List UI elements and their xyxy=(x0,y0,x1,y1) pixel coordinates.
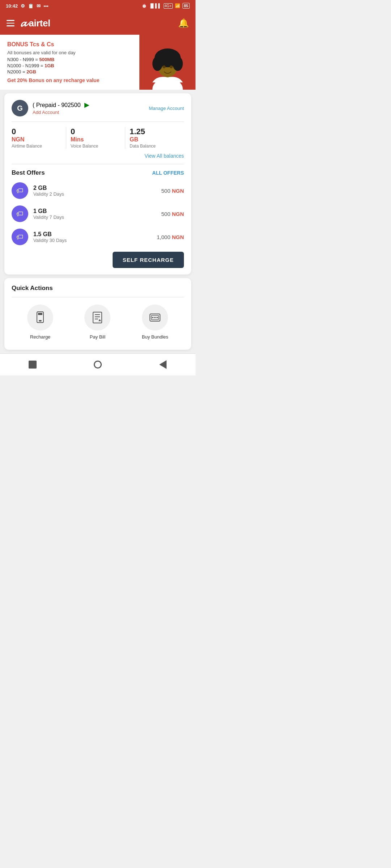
svg-rect-14 xyxy=(39,320,42,322)
nav-home-button[interactable] xyxy=(92,359,104,370)
divider xyxy=(12,164,184,164)
account-info: ( Prepaid - 902500 ▶ Add Account xyxy=(33,101,89,115)
view-all-balances-link[interactable]: View All balances xyxy=(12,153,184,159)
offer-price-1: 500 NGN xyxy=(161,211,184,217)
quick-action-buybundles[interactable]: Buy Bundles xyxy=(142,305,168,340)
status-right: ⏰ ▐▌▌▌ 4G+ 📶 85 xyxy=(142,3,190,9)
banner-title: BONUS Tcs & Cs xyxy=(7,41,132,48)
promotional-banner: BONUS Tcs & Cs All bonuses are valid for… xyxy=(0,35,196,90)
add-account-link[interactable]: Add Account xyxy=(33,110,59,115)
navbar: 𝓪 airtel 🔔 xyxy=(0,12,196,35)
nav-back-button[interactable] xyxy=(157,359,169,370)
airtime-label: Airtime Balance xyxy=(12,144,62,149)
offer-left-2: 🏷 1.5 GB Validity 30 Days xyxy=(12,229,67,245)
bottom-nav xyxy=(0,353,196,375)
status-time: 10:42 xyxy=(6,3,18,9)
wifi-icon: 📶 xyxy=(175,3,180,8)
offer-price-0: 500 NGN xyxy=(161,188,184,194)
account-card: G ( Prepaid - 902500 ▶ Add Account Manag… xyxy=(4,93,191,275)
offer-item-1[interactable]: 🏷 1 GB Validity 7 Days 500 NGN xyxy=(12,205,184,222)
nav-square-button[interactable] xyxy=(27,359,38,370)
banner-plan-0: N300 - N999 = 500MB xyxy=(7,57,132,62)
offer-left-1: 🏷 1 GB Validity 7 Days xyxy=(12,205,64,222)
quick-actions-divider xyxy=(12,297,184,297)
status-left: 10:42 ⚙ 📋 ✉ ••• xyxy=(6,3,49,9)
offer-item-2[interactable]: 🏷 1.5 GB Validity 30 Days 1,000 NGN xyxy=(12,229,184,245)
hamburger-menu[interactable] xyxy=(7,20,14,26)
price-currency-1: NGN xyxy=(172,211,184,217)
avatar: G xyxy=(12,100,28,116)
banner-text-content: BONUS Tcs & Cs All bonuses are valid for… xyxy=(0,35,139,90)
airtime-balance: 0 NGN Airtime Balance xyxy=(12,127,66,149)
sim-card-icon: 📋 xyxy=(28,3,34,9)
paybill-label: Pay Bill xyxy=(90,334,105,340)
price-amount-0: 500 xyxy=(161,188,170,194)
balance-row: 0 NGN Airtime Balance 0 Mins Voice Balan… xyxy=(12,122,184,149)
offer-validity-2: Validity 30 Days xyxy=(33,238,67,243)
airtime-unit: NGN xyxy=(12,136,62,143)
airtel-logo-text: airtel xyxy=(29,18,50,29)
data-unit: GB xyxy=(130,136,180,143)
person-illustration xyxy=(142,43,193,90)
self-recharge-row: SELF RECHARGE xyxy=(12,252,184,268)
all-offers-link[interactable]: ALL OFFERS xyxy=(152,170,184,176)
offer-validity-0: Validity 2 Days xyxy=(33,191,64,197)
banner-promo: Get 20% Bonus on any recharge value xyxy=(7,77,132,83)
offer-price-2: 1,000 NGN xyxy=(157,234,184,240)
mail-icon: ✉ xyxy=(37,3,41,9)
banner-plan-2: N2000 = 2GB xyxy=(7,69,132,75)
signal-triangle-icon: ▶ xyxy=(84,101,89,109)
best-offers-header: Best Offers ALL OFFERS xyxy=(12,169,184,176)
offer-details-1: 1 GB Validity 7 Days xyxy=(33,208,64,220)
more-icon: ••• xyxy=(43,3,49,9)
offer-icon-2: 🏷 xyxy=(12,229,28,245)
airtel-logo-icon: 𝓪 xyxy=(20,17,26,30)
battery-indicator: 85 xyxy=(182,3,190,9)
account-header: G ( Prepaid - 902500 ▶ Add Account Manag… xyxy=(12,100,184,116)
data-label: Data Balance xyxy=(130,144,180,149)
offer-details-2: 1.5 GB Validity 30 Days xyxy=(33,231,67,243)
offer-icon-1: 🏷 xyxy=(12,205,28,222)
svg-point-21 xyxy=(152,317,154,318)
svg-rect-15 xyxy=(93,312,102,323)
status-bar: 10:42 ⚙ 📋 ✉ ••• ⏰ ▐▌▌▌ 4G+ 📶 85 xyxy=(0,0,196,12)
alarm-icon: ⏰ xyxy=(142,3,147,8)
4g-badge: 4G+ xyxy=(164,3,173,9)
offer-name-2: 1.5 GB xyxy=(33,231,67,238)
offer-details-0: 2 GB Validity 2 Days xyxy=(33,185,64,197)
offer-name-0: 2 GB xyxy=(33,185,64,191)
notification-bell-icon[interactable]: 🔔 xyxy=(178,18,189,28)
account-header-left: G ( Prepaid - 902500 ▶ Add Account xyxy=(12,100,89,116)
offer-validity-1: Validity 7 Days xyxy=(33,214,64,220)
svg-point-10 xyxy=(163,65,165,68)
best-offers-title: Best Offers xyxy=(12,169,45,176)
quick-action-paybill[interactable]: Pay Bill xyxy=(84,305,110,340)
airtime-value: 0 xyxy=(12,127,62,136)
paybill-icon-circle xyxy=(84,305,110,331)
recharge-icon-circle xyxy=(27,305,53,331)
manage-account-link[interactable]: Manage Account xyxy=(149,106,184,111)
quick-actions-card: Quick Actions Recharge xyxy=(4,278,191,350)
offer-left-0: 🏷 2 GB Validity 2 Days xyxy=(12,182,64,199)
offer-item-0[interactable]: 🏷 2 GB Validity 2 Days 500 NGN xyxy=(12,182,184,199)
recharge-label: Recharge xyxy=(30,334,50,340)
price-amount-1: 500 xyxy=(161,211,170,217)
account-name-text: ( xyxy=(33,102,34,108)
quick-action-recharge[interactable]: Recharge xyxy=(27,305,53,340)
data-value: 1.25 xyxy=(130,127,180,136)
data-balance: 1.25 GB Data Balance xyxy=(125,127,184,149)
quick-actions-title: Quick Actions xyxy=(12,285,184,292)
banner-image xyxy=(139,35,196,90)
self-recharge-button[interactable]: SELF RECHARGE xyxy=(113,252,184,268)
quick-actions-row: Recharge Pay Bill xyxy=(12,305,184,343)
svg-point-11 xyxy=(170,65,173,68)
offer-name-1: 1 GB xyxy=(33,208,64,214)
voice-value: 0 xyxy=(71,127,121,136)
account-number-text: Prepaid - 902500 xyxy=(36,102,81,108)
banner-plan-1: N1000 - N1999 = 1GB xyxy=(7,63,132,68)
navbar-left: 𝓪 airtel xyxy=(7,17,50,30)
svg-point-9 xyxy=(161,51,174,60)
triangle-back-icon xyxy=(159,360,167,369)
svg-point-23 xyxy=(156,317,158,318)
svg-rect-13 xyxy=(38,313,42,315)
